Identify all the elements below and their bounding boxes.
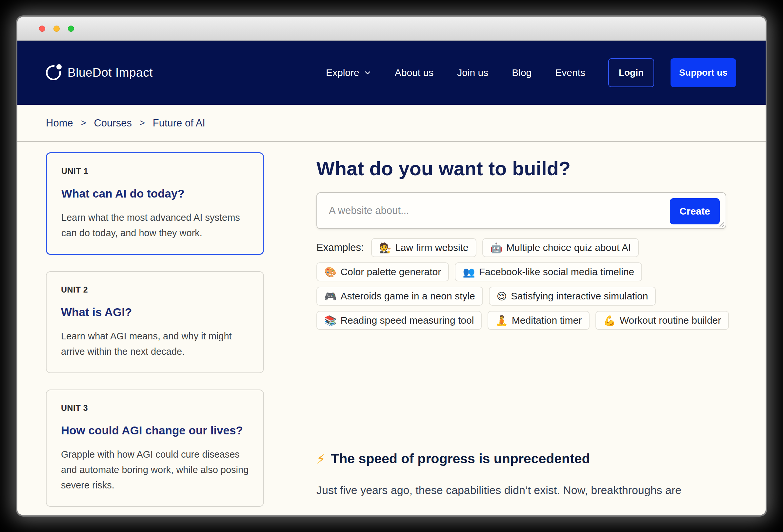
main-nav: Explore About us Join us Blog Events (326, 67, 585, 78)
page-content: UNIT 1 What can AI do today? Learn what … (18, 142, 765, 515)
build-prompt-input[interactable] (317, 193, 726, 228)
site-header: BlueDot Impact Explore About us Join us … (18, 41, 765, 105)
breadcrumb-future-of-ai[interactable]: Future of AI (153, 117, 205, 129)
brand-logo[interactable]: BlueDot Impact (46, 65, 153, 80)
resize-handle-icon[interactable] (718, 221, 724, 227)
header-actions: Login Support us (608, 58, 736, 87)
unit-kicker: UNIT 3 (61, 403, 249, 413)
breadcrumb-home[interactable]: Home (46, 117, 73, 129)
example-chip-asteroids-game[interactable]: 🎮 Asteroids game in a neon style (316, 287, 483, 306)
unit-kicker: UNIT 2 (61, 285, 249, 295)
unit-kicker: UNIT 1 (61, 166, 249, 176)
main-column: What do you want to build? Create Exampl… (316, 142, 729, 515)
palette-emoji-icon: 🎨 (324, 266, 337, 278)
relieved-face-emoji-icon: 😌 (497, 291, 507, 302)
brand-name: BlueDot Impact (67, 66, 153, 79)
robot-emoji-icon: 🤖 (490, 242, 502, 254)
unit-title: What can AI do today? (61, 187, 249, 200)
breadcrumb-separator: > (140, 118, 145, 128)
unit-title: How could AGI change our lives? (61, 424, 249, 437)
breadcrumb: Home > Courses > Future of AI (46, 117, 205, 129)
example-chip-interactive-simulation[interactable]: 😌 Satisfying interactive simulation (489, 287, 656, 306)
page-title: What do you want to build? (316, 158, 729, 180)
unit-description: Grapple with how AGI could cure diseases… (61, 447, 249, 493)
example-chip-law-firm-website[interactable]: 🧑‍⚖️ Law firm website (371, 238, 476, 257)
units-sidebar: UNIT 1 What can AI do today? Learn what … (46, 142, 264, 515)
books-emoji-icon: 📚 (324, 315, 337, 326)
breadcrumb-courses[interactable]: Courses (94, 117, 131, 129)
nav-item-about-us[interactable]: About us (395, 67, 434, 78)
nav-item-explore[interactable]: Explore (326, 67, 371, 78)
meditation-emoji-icon: 🧘 (496, 315, 508, 326)
chevron-down-icon (364, 69, 371, 76)
unit-description: Learn what the most advanced AI systems … (61, 210, 249, 241)
biceps-emoji-icon: 💪 (603, 315, 616, 326)
unit-description: Learn what AGI means, and why it might a… (61, 329, 249, 359)
nav-item-events[interactable]: Events (555, 67, 585, 78)
lightning-bolt-icon: ⚡ (316, 452, 325, 466)
examples-label: Examples: (316, 242, 364, 254)
unit-card-3[interactable]: UNIT 3 How could AGI change our lives? G… (46, 390, 264, 507)
window-titlebar (18, 17, 765, 41)
breadcrumb-separator: > (81, 118, 86, 128)
example-chips: Examples: 🧑‍⚖️ Law firm website 🤖 Multip… (316, 238, 729, 330)
example-chip-meditation-timer[interactable]: 🧘 Meditation timer (488, 311, 590, 330)
nav-item-blog[interactable]: Blog (512, 67, 532, 78)
example-chip-reading-speed-tool[interactable]: 📚 Reading speed measuring tool (316, 311, 482, 330)
example-chip-workout-routine-builder[interactable]: 💪 Workout routine builder (595, 311, 729, 330)
busts-emoji-icon: 👥 (463, 266, 475, 278)
unit-card-2[interactable]: UNIT 2 What is AGI? Learn what AGI means… (46, 271, 264, 373)
judge-emoji-icon: 🧑‍⚖️ (379, 242, 391, 254)
bluedot-logo-icon (46, 65, 61, 80)
browser-window: BlueDot Impact Explore About us Join us … (18, 17, 765, 515)
progress-section: ⚡ The speed of progress is unprecedented… (316, 451, 729, 499)
breadcrumb-bar: Home > Courses > Future of AI (18, 105, 765, 142)
close-window-button[interactable] (39, 26, 45, 32)
example-chip-multiple-choice-quiz[interactable]: 🤖 Multiple choice quiz about AI (482, 238, 639, 257)
minimize-window-button[interactable] (54, 26, 60, 32)
traffic-lights (39, 26, 74, 32)
section-heading: ⚡ The speed of progress is unprecedented (316, 451, 729, 466)
section-paragraph: Just five years ago, these capabilities … (316, 481, 729, 499)
example-chip-social-media-timeline[interactable]: 👥 Facebook-like social media timeline (455, 262, 642, 281)
support-us-button[interactable]: Support us (670, 58, 736, 87)
unit-title: What is AGI? (61, 306, 249, 319)
zoom-window-button[interactable] (68, 26, 74, 32)
login-button[interactable]: Login (608, 58, 654, 87)
build-prompt-box: Create (316, 192, 726, 229)
nav-item-join-us[interactable]: Join us (457, 67, 488, 78)
unit-card-1[interactable]: UNIT 1 What can AI do today? Learn what … (46, 152, 264, 255)
example-chip-color-palette-generator[interactable]: 🎨 Color palette generator (316, 262, 449, 281)
create-button[interactable]: Create (670, 198, 720, 224)
game-controller-emoji-icon: 🎮 (324, 291, 337, 302)
